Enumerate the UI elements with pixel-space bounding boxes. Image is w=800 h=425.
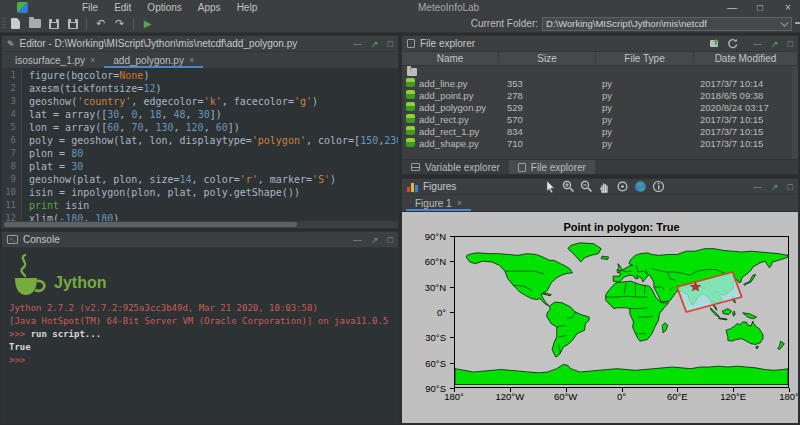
- select-cursor-button[interactable]: [544, 180, 557, 193]
- close-button[interactable]: ×: [782, 2, 794, 13]
- minimize-button[interactable]: —: [726, 2, 738, 13]
- maximize-button[interactable]: □: [754, 2, 766, 13]
- code-line[interactable]: 3geoshow('country', edgecolor='k', facec…: [2, 95, 398, 108]
- code-line[interactable]: 9geoshow(plat, plon, size=14, color='r',…: [2, 173, 398, 186]
- figures-minimize-button[interactable]: —: [753, 182, 762, 192]
- figures-panel: Figures — ↗ □ Figure 1: [401, 178, 799, 424]
- new-file-button[interactable]: [7, 16, 24, 31]
- console-float-button[interactable]: ↗: [371, 235, 379, 245]
- file-row[interactable]: add_polygon.py529py2020/8/24 03:17: [402, 101, 798, 113]
- current-folder-label: Current Folder:: [471, 18, 538, 29]
- tab-close-icon[interactable]: ×: [457, 198, 462, 208]
- current-folder-combobox[interactable]: D:\Working\MIScript\Jython\mis\netcdf: [542, 17, 792, 31]
- code-line[interactable]: 5lon = array([60, 70, 130, 120, 60]): [2, 121, 398, 134]
- menu-file[interactable]: File: [74, 2, 106, 13]
- figures-header: Figures — ↗ □: [402, 179, 798, 195]
- python-file-icon: [406, 138, 415, 147]
- console-panel: >_ Console — ↗ □ Jython Jython 2.: [1, 231, 399, 424]
- line-number: 1: [2, 69, 22, 82]
- tab-close-icon[interactable]: ×: [189, 55, 194, 65]
- tab-variable-explorer[interactable]: Variable explorer: [402, 160, 509, 174]
- code-line[interactable]: 1figure(bgcolor=None): [2, 69, 398, 82]
- editor-maximize-button[interactable]: □: [388, 39, 393, 49]
- pan-hand-button[interactable]: [598, 180, 611, 193]
- menu-options[interactable]: Options: [139, 2, 189, 13]
- file-explorer-float-button[interactable]: ↗: [771, 39, 779, 49]
- menu-apps[interactable]: Apps: [190, 2, 229, 13]
- code-line[interactable]: 6poly = geoshow(lat, lon, displaytype='p…: [2, 134, 398, 147]
- x-axis-tick-label: 0°: [600, 391, 644, 402]
- globe-button[interactable]: [634, 180, 647, 193]
- code-text: plat = 30: [22, 160, 83, 173]
- current-folder-value[interactable]: D:\Working\MIScript\Jython\mis\netcdf: [546, 18, 780, 29]
- open-file-button[interactable]: [26, 16, 43, 31]
- column-name[interactable]: Name: [402, 52, 499, 65]
- file-explorer-minimize-button[interactable]: —: [753, 39, 762, 49]
- code-text: lon = array([60, 70, 130, 120, 60]): [22, 121, 240, 134]
- tab-label: Variable explorer: [425, 162, 500, 173]
- new-folder-button[interactable]: [709, 38, 720, 49]
- redo-button[interactable]: ↷: [111, 16, 128, 31]
- code-line[interactable]: 11print isin: [2, 199, 398, 212]
- code-line[interactable]: 12xlim(-180, 180): [2, 212, 398, 221]
- menu-help[interactable]: Help: [229, 2, 266, 13]
- file-row[interactable]: add_shape.py710py2017/3/7 10:15: [402, 137, 798, 149]
- line-number: 4: [2, 108, 22, 121]
- code-line[interactable]: 7plon = 80: [2, 147, 398, 160]
- parent-folder-row[interactable]: [402, 66, 798, 77]
- figures-maximize-button[interactable]: □: [788, 182, 793, 192]
- editor-minimize-button[interactable]: —: [353, 39, 362, 49]
- file-row[interactable]: add_rect.py570py2017/3/7 10:15: [402, 113, 798, 125]
- console-line: >>> run script...: [9, 328, 391, 341]
- file-row[interactable]: add_rect_1.py834py2017/3/7 10:15: [402, 125, 798, 137]
- code-line[interactable]: 8plat = 30: [2, 160, 398, 173]
- scrollbar-thumb[interactable]: [4, 222, 297, 227]
- file-row[interactable]: add_line.py353py2017/3/7 10:14: [402, 77, 798, 89]
- file-size: 570: [499, 114, 596, 125]
- refresh-button[interactable]: [727, 38, 738, 49]
- editor-float-button[interactable]: ↗: [371, 39, 379, 49]
- console-output[interactable]: Jython Jython 2.7.2 (v2.7.2:925a3cc3b49d…: [2, 248, 398, 423]
- file-row[interactable]: add_point.py278py2018/6/5 09:38: [402, 89, 798, 101]
- code-line[interactable]: 4lat = array([30, 0, 18, 48, 30]): [2, 108, 398, 121]
- column-size[interactable]: Size: [499, 52, 596, 65]
- column-date-modified[interactable]: Date Modified: [694, 52, 798, 65]
- chevron-down-icon[interactable]: [780, 18, 788, 26]
- code-line[interactable]: 2axesm(tickfontsize=12): [2, 82, 398, 95]
- menu-edit[interactable]: Edit: [106, 2, 139, 13]
- code-editor[interactable]: 1figure(bgcolor=None)2axesm(tickfontsize…: [2, 69, 398, 221]
- console-maximize-button[interactable]: □: [388, 235, 393, 245]
- y-axis-tick-label: 30°N: [404, 282, 446, 293]
- column-file-type[interactable]: File Type: [596, 52, 694, 65]
- tab-isosurface-1-py[interactable]: isosurface_1.py ×: [6, 52, 104, 68]
- undo-button[interactable]: ↶: [92, 16, 109, 31]
- console-minimize-button[interactable]: —: [353, 235, 362, 245]
- file-list-scrollbar[interactable]: [792, 66, 798, 159]
- tab-add-polygon-py[interactable]: add_polygon.py ×: [104, 52, 203, 68]
- file-type: py: [596, 114, 694, 125]
- python-file-icon: [406, 78, 415, 87]
- save-button[interactable]: [45, 16, 62, 31]
- run-script-button[interactable]: ▶: [139, 16, 156, 31]
- tab-file-explorer[interactable]: File explorer: [509, 160, 595, 174]
- code-line[interactable]: 10isin = inpolygon(plon, plat, poly.getS…: [2, 186, 398, 199]
- info-button[interactable]: [652, 180, 665, 193]
- jython-logo-text: Jython: [54, 274, 106, 292]
- rotate-button[interactable]: [616, 180, 629, 193]
- zoom-out-button[interactable]: [580, 180, 593, 193]
- tab-figure-1[interactable]: Figure 1 ×: [406, 195, 471, 211]
- file-explorer-icon: [407, 39, 415, 48]
- editor-hscrollbar[interactable]: [2, 221, 398, 228]
- tab-close-icon[interactable]: ×: [90, 55, 95, 65]
- figures-title: Figures: [423, 181, 456, 192]
- figures-float-button[interactable]: ↗: [771, 182, 779, 192]
- file-type: py: [596, 126, 694, 137]
- line-number: 9: [2, 173, 22, 186]
- world-map-plot[interactable]: [454, 236, 789, 388]
- zoom-in-button[interactable]: [562, 180, 575, 193]
- figure-canvas[interactable]: Point in polygon: True: [402, 212, 798, 423]
- file-explorer-maximize-button[interactable]: □: [788, 39, 793, 49]
- code-text: geoshow('country', edgecolor='k', faceco…: [22, 95, 318, 108]
- save-all-button[interactable]: [64, 16, 81, 31]
- world-map[interactable]: [455, 237, 788, 387]
